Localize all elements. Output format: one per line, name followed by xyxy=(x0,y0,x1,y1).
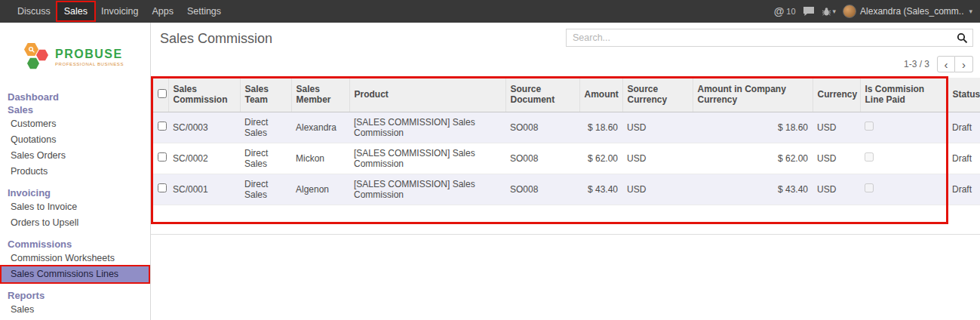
sidebar-item-quotations[interactable]: Quotations xyxy=(0,132,150,148)
row-select-checkbox[interactable] xyxy=(158,152,167,162)
column-header-amount[interactable]: Amount xyxy=(579,78,622,112)
brand-name: PROBUSE xyxy=(55,48,124,61)
sidebar-item-commission-worksheets[interactable]: Commission Worksheets xyxy=(0,251,150,266)
cell-name: SC/0003 xyxy=(168,112,240,143)
sidebar-item-reports-sales[interactable]: Sales xyxy=(0,302,150,318)
paid-checkbox xyxy=(865,122,874,131)
sidebar-section-reports[interactable]: Reports xyxy=(0,289,150,302)
column-header-is-commission-line-paid[interactable]: Is Commision Line Paid xyxy=(860,78,948,112)
topbar-right: @ 10 ▾ Alexandra (Sales_comm.. ▾ xyxy=(774,5,980,18)
main-content: Sales Commission 1-3 / 3 ‹ › xyxy=(151,23,980,320)
table-header-row: Sales Commission Sales Team Sales Member… xyxy=(153,78,980,112)
cell-member: Algenon xyxy=(291,174,349,205)
page-title: Sales Commission xyxy=(160,31,272,47)
caret-down-icon: ▾ xyxy=(969,8,972,15)
column-header-currency[interactable]: Currency xyxy=(813,78,860,112)
messages-icon[interactable] xyxy=(803,6,815,17)
pager-next-button[interactable]: › xyxy=(955,56,973,72)
column-header-product[interactable]: Product xyxy=(349,78,505,112)
menu-sales[interactable]: Sales xyxy=(57,2,94,20)
brand-tagline: PROFESSIONAL BUSINESS xyxy=(55,62,124,66)
column-header-source-document[interactable]: Source Document xyxy=(505,78,579,112)
mention-count: 10 xyxy=(786,7,795,16)
sidebar-section-sales[interactable]: Sales xyxy=(0,103,150,116)
column-header-status[interactable]: Status xyxy=(948,78,980,112)
caret-down-icon: ▾ xyxy=(833,8,837,15)
pager-buttons: ‹ › xyxy=(937,56,973,72)
cell-team: Direct Sales xyxy=(240,112,291,143)
app-window: Discuss Sales Invoicing Apps Settings @ … xyxy=(0,0,980,320)
table-row[interactable]: SC/0001 Direct Sales Algenon [SALES COMM… xyxy=(153,174,980,205)
hexagon-icon xyxy=(27,57,39,69)
cell-amount: $ 43.40 xyxy=(579,174,622,205)
sidebar-section-commissions[interactable]: Commissions xyxy=(0,238,150,251)
cell-product: [SALES COMMISSION] Sales Commission xyxy=(349,143,505,174)
chevron-right-icon: › xyxy=(962,58,966,71)
cell-source-currency: USD xyxy=(622,174,693,205)
cell-amount: $ 62.00 xyxy=(579,143,622,174)
sidebar-item-sales-commissions-lines[interactable]: Sales Commissions Lines xyxy=(2,266,149,282)
cell-source-currency: USD xyxy=(622,143,693,174)
user-menu[interactable]: Alexandra (Sales_comm.. ▾ xyxy=(843,5,972,18)
commission-list: Sales Commission Sales Team Sales Member… xyxy=(153,78,980,205)
list-bottom-divider xyxy=(151,234,980,235)
debug-icon[interactable]: ▾ xyxy=(822,7,837,17)
avatar xyxy=(843,5,856,18)
cell-member: Mickon xyxy=(291,143,349,174)
search-icon[interactable] xyxy=(951,29,972,46)
cell-currency: USD xyxy=(813,112,860,143)
row-select-checkbox[interactable] xyxy=(158,183,167,192)
menu-apps[interactable]: Apps xyxy=(145,0,180,23)
column-header-sales-commission[interactable]: Sales Commission xyxy=(168,78,240,112)
sidebar-section-invoicing[interactable]: Invoicing xyxy=(0,186,150,199)
hexagon-icon xyxy=(36,49,48,61)
column-header-source-currency[interactable]: Source Currency xyxy=(622,78,693,112)
sidebar: PROBUSE PROFESSIONAL BUSINESS Dashboard … xyxy=(0,23,151,320)
menu-invoicing[interactable]: Invoicing xyxy=(94,0,145,23)
sidebar-item-products[interactable]: Products xyxy=(0,164,150,180)
search-box xyxy=(566,29,973,47)
cell-company-amount: $ 18.60 xyxy=(693,112,813,143)
menu-settings[interactable]: Settings xyxy=(180,0,228,23)
cell-source-currency: USD xyxy=(622,112,693,143)
sidebar-nav: Dashboard Sales Customers Quotations Sal… xyxy=(0,91,150,318)
cell-amount: $ 18.60 xyxy=(579,112,622,143)
sidebar-item-sales-to-invoice[interactable]: Sales to Invoice xyxy=(0,199,150,215)
sidebar-item-customers[interactable]: Customers xyxy=(0,116,150,132)
pager-range: 1-3 / 3 xyxy=(904,59,929,69)
select-all-checkbox[interactable] xyxy=(158,89,167,98)
cell-status: Draft xyxy=(948,112,980,143)
cell-currency: USD xyxy=(813,174,860,205)
table-row[interactable]: SC/0003 Direct Sales Alexandra [SALES CO… xyxy=(153,112,980,143)
column-header-amount-company-currency[interactable]: Amount in Company Currency xyxy=(693,78,813,112)
cell-company-amount: $ 62.00 xyxy=(693,143,813,174)
paid-checkbox xyxy=(865,152,874,162)
topbar: Discuss Sales Invoicing Apps Settings @ … xyxy=(0,0,980,23)
pager-prev-button[interactable]: ‹ xyxy=(937,56,955,72)
table-row[interactable]: SC/0002 Direct Sales Mickon [SALES COMMI… xyxy=(153,143,980,174)
mention-counter[interactable]: @ 10 xyxy=(774,5,796,17)
hexagon-magnifier-icon xyxy=(24,42,38,57)
column-header-sales-member[interactable]: Sales Member xyxy=(291,78,349,112)
search-input[interactable] xyxy=(567,32,951,43)
cell-team: Direct Sales xyxy=(240,174,291,205)
cell-status: Draft xyxy=(948,174,980,205)
column-header-sales-team[interactable]: Sales Team xyxy=(240,78,291,112)
sidebar-section-dashboard[interactable]: Dashboard xyxy=(0,91,150,103)
paid-checkbox xyxy=(865,183,874,192)
cell-source: SO008 xyxy=(505,112,579,143)
brand-logo-icon xyxy=(24,42,50,72)
commission-table: Sales Commission Sales Team Sales Member… xyxy=(153,78,980,205)
sidebar-item-orders-to-upsell[interactable]: Orders to Upsell xyxy=(0,215,150,231)
cell-name: SC/0002 xyxy=(168,143,240,174)
cell-product: [SALES COMMISSION] Sales Commission xyxy=(349,112,505,143)
cell-currency: USD xyxy=(813,143,860,174)
mention-icon: @ xyxy=(774,5,785,17)
cell-product: [SALES COMMISSION] Sales Commission xyxy=(349,174,505,205)
menu-discuss[interactable]: Discuss xyxy=(11,0,57,23)
brand-logo: PROBUSE PROFESSIONAL BUSINESS xyxy=(0,23,150,91)
sidebar-item-sales-orders[interactable]: Sales Orders xyxy=(0,148,150,164)
brand-text: PROBUSE PROFESSIONAL BUSINESS xyxy=(55,48,124,66)
row-select-checkbox[interactable] xyxy=(158,122,167,131)
cell-member: Alexandra xyxy=(291,112,349,143)
